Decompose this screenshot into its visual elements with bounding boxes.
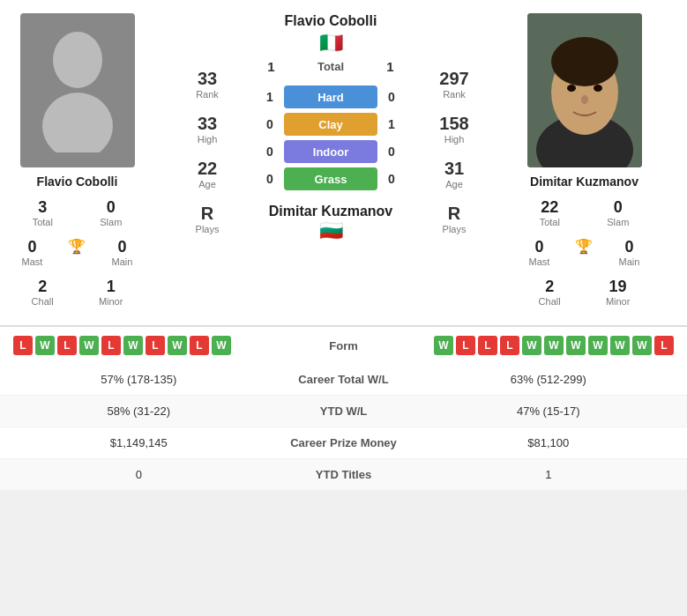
surface-row-grass: 0 Grass 0 (260, 167, 401, 190)
stat-total-right: 22 Total (540, 198, 560, 227)
svg-point-7 (567, 85, 576, 92)
stat-slam-left: 0 Slam (100, 198, 122, 227)
stats-table: 57% (178-135) Career Total W/L 63% (512-… (0, 364, 687, 491)
player-left-photo (20, 13, 135, 167)
center-rank-right: 297 Rank (439, 69, 468, 100)
stats-left-3: 0 (13, 468, 265, 481)
form-badge-right-8: W (610, 336, 630, 355)
form-badge-right-9: W (632, 336, 652, 355)
stats-right-3: 1 (423, 468, 675, 481)
form-badge-left-3: W (79, 336, 99, 355)
form-badge-right-6: W (566, 336, 586, 355)
form-badge-right-10: L (654, 336, 674, 355)
score-right-clay: 1 (382, 117, 401, 131)
player-right-stats: 22 Total 0 Slam 0 Mast 🏆 0 (516, 193, 653, 312)
stats-center-0: Career Total W/L (265, 373, 423, 386)
score-right-grass: 0 (382, 172, 401, 186)
stats-left-1: 58% (31-22) (13, 404, 265, 418)
stats-left-2: $1,149,145 (13, 436, 265, 449)
surface-btn-indoor[interactable]: Indoor (284, 140, 377, 163)
stat-minor-left: 1 Minor (99, 278, 123, 307)
flag-left: 🇮🇹 (319, 32, 343, 55)
svg-point-0 (53, 32, 102, 88)
total-row: 1 Total 1 (260, 59, 401, 74)
player-left: Flavio Cobolli 3 Total 0 Slam 0 Mast (0, 9, 154, 316)
center-stats-right: 297 Rank 158 High 31 Age R Plays (401, 57, 507, 316)
form-label: Form (300, 339, 388, 353)
form-badge-left-2: L (57, 336, 77, 355)
form-badge-left-9: W (212, 336, 231, 355)
form-badge-right-3: L (500, 336, 519, 355)
form-badge-right-5: W (544, 336, 564, 355)
main-container: Flavio Cobolli 3 Total 0 Slam 0 Mast (0, 0, 687, 491)
player-right-name-top: Dimitar Kuzmanov (269, 204, 392, 219)
svg-point-6 (551, 37, 618, 86)
stats-row-0: 57% (178-135) Career Total W/L 63% (512-… (0, 364, 687, 396)
surface-rows: 1 Hard 0 0 Clay 1 0 Indoor 0 0 Grass 0 (260, 81, 401, 195)
svg-point-1 (42, 93, 113, 152)
top-section: Flavio Cobolli 3 Total 0 Slam 0 Mast (0, 0, 687, 326)
stats-center-3: YTD Titles (265, 468, 423, 481)
form-section: LWLWLWLWLW Form WLLLWWWWWWL (0, 326, 687, 364)
center-age-left: 22 Age (198, 159, 217, 189)
stats-right-1: 47% (15-17) (423, 404, 675, 418)
form-badge-left-4: L (101, 336, 121, 355)
center-high-right: 158 High (439, 114, 468, 145)
stat-row-mast-main-right: 0 Mast 🏆 0 Main (516, 238, 653, 267)
form-badge-right-1: L (456, 336, 475, 355)
stat-main-right: 0 Main (619, 238, 640, 267)
stat-row-chall-minor-right: 2 Chall 19 Minor (516, 278, 653, 307)
surface-row-clay: 0 Clay 1 (260, 113, 401, 136)
score-right-indoor: 0 (382, 145, 401, 159)
form-badges-right: WLLLWWWWWWL (388, 336, 675, 355)
silhouette-icon (38, 29, 117, 152)
stat-minor-right: 19 Minor (606, 278, 631, 307)
center-rank-left: 33 Rank (196, 69, 219, 100)
form-badge-left-1: W (35, 336, 55, 355)
stats-row-2: $1,149,145 Career Prize Money $81,100 (0, 427, 687, 459)
stat-mast-left: 0 Mast (22, 238, 43, 267)
surface-row-indoor: 0 Indoor 0 (260, 140, 401, 163)
score-left-hard: 1 (260, 90, 280, 104)
form-badges-left: LWLWLWLWLW (13, 336, 300, 355)
score-left-indoor: 0 (260, 145, 280, 159)
stat-slam-right: 0 Slam (607, 198, 629, 227)
svg-point-8 (594, 85, 602, 92)
center-high-left: 33 High (198, 114, 218, 145)
middle-results: Flavio Cobolli 🇮🇹 1 Total 1 1 Hard 0 0 C… (260, 9, 401, 316)
stat-main-left: 0 Main (112, 238, 133, 267)
stat-chall-left: 2 Chall (32, 278, 54, 307)
surface-row-hard: 1 Hard 0 (260, 85, 401, 108)
trophy-icon-right: 🏆 (575, 238, 593, 267)
form-badge-right-0: W (434, 336, 453, 355)
surface-btn-clay[interactable]: Clay (284, 113, 377, 136)
stats-row-3: 0 YTD Titles 1 (0, 459, 687, 491)
form-badge-left-5: W (123, 336, 143, 355)
form-badge-left-8: L (190, 336, 209, 355)
stats-right-2: $81,100 (423, 436, 675, 449)
stats-row-1: 58% (31-22) YTD W/L 47% (15-17) (0, 396, 687, 427)
stats-center-2: Career Prize Money (265, 436, 423, 449)
player-left-name: Flavio Cobolli (37, 174, 118, 189)
center-age-right: 31 Age (444, 159, 464, 189)
stats-center-1: YTD W/L (265, 404, 423, 418)
player-right-photo (527, 13, 642, 167)
surface-btn-grass[interactable]: Grass (284, 167, 377, 190)
trophy-icon-left: 🏆 (68, 238, 86, 267)
form-badge-left-0: L (13, 336, 33, 355)
center-plays-right: R Plays (443, 204, 467, 234)
player-left-stats: 3 Total 0 Slam 0 Mast 🏆 0 (9, 193, 146, 312)
stats-left-0: 57% (178-135) (13, 373, 265, 386)
player-right-face-icon (527, 13, 642, 167)
surface-btn-hard[interactable]: Hard (284, 85, 377, 108)
score-left-grass: 0 (260, 172, 280, 186)
stat-row-total-slam-right: 22 Total 0 Slam (516, 198, 653, 227)
stat-chall-right: 2 Chall (539, 278, 561, 307)
stats-right-0: 63% (512-299) (423, 373, 675, 386)
player-left-name-top: Flavio Cobolli (285, 13, 377, 29)
stat-row-mast-main: 0 Mast 🏆 0 Main (9, 238, 146, 267)
center-stats-left: 33 Rank 33 High 22 Age R Plays (154, 57, 260, 316)
player-right: Dimitar Kuzmanov 22 Total 0 Slam 0 Mast (507, 9, 661, 316)
form-badge-right-2: L (478, 336, 497, 355)
score-right-hard: 0 (382, 90, 401, 104)
